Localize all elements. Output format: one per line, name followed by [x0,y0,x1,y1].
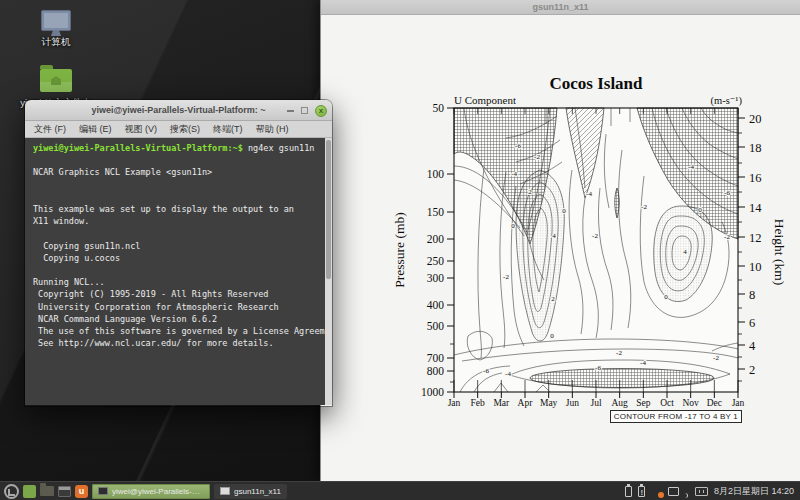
battery-icon[interactable] [625,486,632,497]
minimize-icon[interactable] [287,110,294,112]
terminal-prompt-line: yiwei@yiwei-Parallels-Virtual-Platform:~… [33,142,318,154]
contour-label: -6 [724,189,730,197]
contour-label: -6 [515,142,521,150]
month-tick-label: Jan [732,398,745,408]
terminal-window-title: yiwei@yiwei-Parallels-Virtual-Platform: … [25,105,332,115]
close-icon[interactable]: x [315,105,327,117]
system-tray: 8月2日星期日 14:20 [625,485,796,498]
taskbar: u yiwei@yiwei-Parallels-Vir... gsun11n_x… [0,481,800,500]
terminal-output-line: This example was set up to display the o… [33,203,318,215]
month-tick-label: Oct [660,398,674,408]
desktop-icon-area: 计算机 yiwei 的主文件夹 [8,10,104,110]
pressure-tick-label: 100 [427,168,445,180]
terminal-body[interactable]: yiwei@yiwei-Parallels-Virtual-Platform:~… [25,138,332,405]
x11-titlebar[interactable]: gsun11n_x11 [321,0,800,15]
taskbar-window-label: gsun11n_x11 [234,487,281,496]
taskbar-window-x11[interactable]: gsun11n_x11 [214,484,287,499]
contour-label: 2 [528,188,532,196]
month-tick-label: Aug [611,398,628,408]
height-tick-label: 14 [749,201,762,215]
scrollbar-thumb[interactable] [326,140,331,279]
x11-graphics-window: gsun11n_x11 Cocos Island U Component (m-… [320,0,800,481]
taskbar-window-terminal[interactable]: yiwei@yiwei-Parallels-Vir... [92,484,210,499]
contour-label: -2 [592,232,598,240]
shell-prompt: yiwei@yiwei-Parallels-Virtual-Platform:~… [33,143,243,153]
contour-label: 0 [562,207,566,215]
computer-desktop-icon[interactable]: 计算机 [8,10,104,49]
height-tick-label: 16 [749,171,762,185]
pressure-tick-label: 150 [427,206,445,218]
contour-label: -4 [586,190,592,198]
pressure-tick-label: 200 [427,233,445,245]
plot-left-header: U Component [454,94,516,106]
contour-label: 4 [683,248,687,256]
contour-label: -4 [688,163,694,171]
contour-label: 0 [511,222,515,230]
terminal-menu-item[interactable]: 文件 (F) [34,123,66,136]
show-desktop-button[interactable] [23,485,36,498]
display-icon[interactable] [668,487,679,496]
terminal-menubar: 文件 (F)编辑 (E)视图 (V)搜索(S)终端(T)帮助 (H) [25,121,332,138]
contour-label: -4 [511,170,517,178]
terminal-menu-item[interactable]: 编辑 (E) [79,123,112,136]
terminal-titlebar[interactable]: yiwei@yiwei-Parallels-Virtual-Platform: … [25,100,332,121]
month-tick-label: Jan [448,398,461,408]
maximize-icon[interactable] [301,107,308,114]
terminal-output-line [33,154,318,166]
contour-label: -2 [616,349,622,357]
month-tick-label: Sep [636,398,651,408]
contour-label: -2 [503,273,509,281]
terminal-output-line: NCAR Command Language Version 6.6.2 [33,313,318,325]
clock[interactable]: 8月2日星期日 14:20 [714,485,794,498]
pressure-tick-label: 50 [433,102,445,114]
terminal-output-line: The use of this software is governed by … [33,325,318,337]
terminal-menu-item[interactable]: 视图 (V) [125,123,158,136]
terminal-task-icon [98,487,108,495]
terminal-output-line: Copyright (C) 1995-2019 - All Rights Res… [33,288,318,300]
terminal-output-line: X11 window. [33,215,318,227]
contour-label: -2 [641,203,647,211]
contour-plot: JanFebMarAprMayJunJulAugSepOctNovDecJan5… [454,108,738,392]
terminal-launcher-icon[interactable] [58,486,71,497]
software-launcher-icon[interactable]: u [75,485,88,498]
plot-title: Cocos Island [454,74,738,94]
height-tick-label: 6 [749,316,755,330]
terminal-scrollbar[interactable] [325,138,332,405]
pressure-tick-label: 250 [427,255,445,267]
month-tick-label: Jul [590,398,601,408]
month-tick-label: Mar [493,398,510,408]
height-tick-label: 20 [749,112,762,126]
keyboard-layout-icon[interactable] [695,487,708,496]
contour-label: -2 [534,153,540,161]
terminal-menu-item[interactable]: 帮助 (H) [256,123,289,136]
contour-label: -2 [724,233,730,241]
battery-alert-icon[interactable] [638,486,645,497]
terminal-menu-item[interactable]: 搜索(S) [170,123,200,136]
pressure-axis-title: Pressure (mb) [392,212,408,287]
x11-window-title: gsun11n_x11 [321,0,800,15]
computer-monitor-icon [41,10,71,31]
height-tick-label: 18 [749,141,762,155]
terminal-menu-item[interactable]: 终端(T) [213,123,243,136]
terminal-output-line: NCAR Graphics NCL Example <gsun11n> [33,166,318,178]
month-tick-label: May [540,398,558,408]
shell-command: ng4ex gsun11n [243,143,315,153]
height-tick-label: 8 [749,288,755,302]
shield-update-icon[interactable] [651,485,662,497]
month-tick-label: Jun [566,398,579,408]
taskbar-window-label: yiwei@yiwei-Parallels-Vir... [112,487,204,496]
files-launcher-icon[interactable] [40,486,54,496]
month-tick-label: Apr [518,398,534,408]
month-tick-label: Dec [707,398,722,408]
terminal-window: yiwei@yiwei-Parallels-Virtual-Platform: … [25,100,332,406]
contour-label: -6 [595,364,601,372]
contour-label: -4 [505,370,511,378]
contour-label: -4 [640,359,646,367]
contour-label: 2 [551,295,555,303]
terminal-output: NCAR Graphics NCL Example <gsun11n>This … [33,154,318,349]
terminal-output-line: Copying gsun11n.ncl [33,240,318,252]
update-badge [658,492,664,498]
month-tick-label: Nov [682,398,699,408]
height-tick-label: 4 [749,339,756,353]
menu-button[interactable] [4,484,19,499]
